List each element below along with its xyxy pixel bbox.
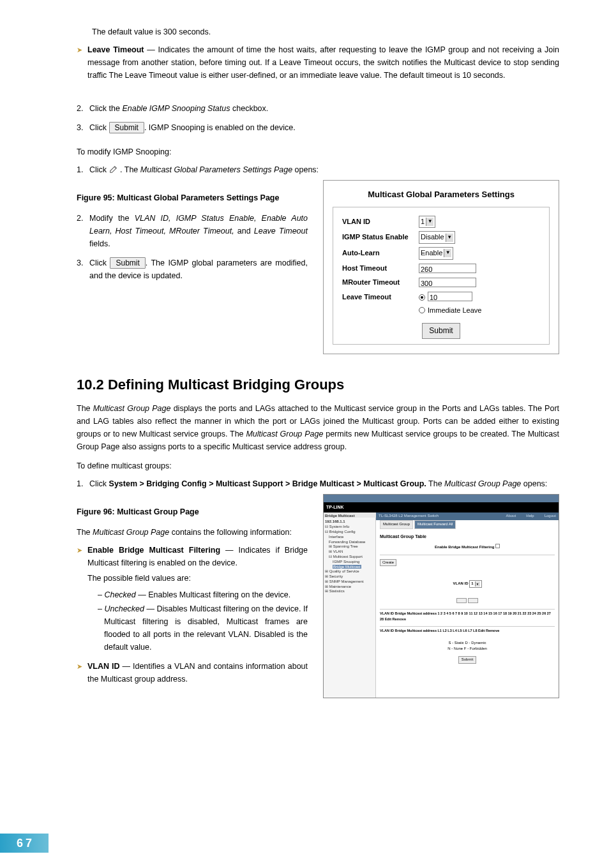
def-step-1-text: Click System > Bridging Config > Multica… bbox=[89, 477, 559, 490]
igmp-status-label: IGMP Status Enable bbox=[342, 232, 419, 243]
step-3-number: 3. bbox=[77, 121, 89, 134]
legend-1: S - Static D - Dynamic bbox=[380, 640, 555, 647]
submit-button-inline: Submit bbox=[109, 122, 144, 133]
mod-step-2-number: 2. bbox=[77, 212, 89, 250]
prev-button[interactable] bbox=[456, 598, 467, 603]
tab-multicast-forward-all[interactable]: Multicast Forward All bbox=[414, 520, 456, 529]
chevron-down-icon: ▼ bbox=[426, 218, 433, 226]
create-button[interactable]: Create bbox=[380, 559, 396, 567]
leave-timeout-label: Leave Timeout bbox=[87, 45, 144, 54]
mg-description: The Multicast Group Page contains the fo… bbox=[77, 526, 308, 539]
mg-table-title: Multicast Group Table bbox=[380, 533, 555, 540]
settings-panel: Multicast Global Parameters Settings VLA… bbox=[323, 180, 559, 354]
define-heading: To define multicast groups: bbox=[77, 460, 559, 472]
step-2-number: 2. bbox=[77, 102, 89, 115]
ebmf-label: Enable Bridge Multicast Filtering bbox=[87, 546, 220, 555]
chevron-down-icon: ▼ bbox=[444, 249, 451, 257]
pencil-icon bbox=[109, 165, 118, 174]
auto-learn-select[interactable]: Enable▼ bbox=[419, 247, 453, 260]
vlan-id-mini-select[interactable]: 1▼ bbox=[469, 580, 481, 588]
vlan-id-select[interactable]: 1▼ bbox=[419, 216, 435, 228]
figure-95-caption: Figure 95: Multicast Global Parameters S… bbox=[77, 191, 308, 204]
host-timeout-label: Host Timeout bbox=[342, 263, 419, 274]
step-2-text: Click the Enable IGMP Snooping Status ch… bbox=[89, 102, 559, 115]
section-10-2-para-1: The Multicast Group Page displays the po… bbox=[77, 402, 559, 453]
def-step-1-number: 1. bbox=[77, 477, 89, 490]
multicast-group-screenshot: TP-LINK Bridge Multicast TL-SL3428 L2 Ma… bbox=[323, 494, 559, 698]
mrouter-timeout-input[interactable]: 300 bbox=[419, 278, 476, 287]
tree-bridge-multicast[interactable]: Bridge Multicast bbox=[333, 565, 361, 569]
ebmf-item: Enable Bridge Multicast Filtering — Indi… bbox=[87, 544, 308, 655]
host-timeout-input[interactable]: 260 bbox=[419, 264, 476, 273]
leave-timeout-radio-immediate[interactable] bbox=[419, 307, 425, 313]
default-value-text: The default value is 300 seconds. bbox=[92, 26, 559, 38]
vlan-id-label: VLAN ID bbox=[342, 216, 419, 228]
leave-timeout-input[interactable]: 10 bbox=[428, 292, 472, 301]
tplink-brand: TP-LINK bbox=[324, 502, 559, 512]
lags-header: VLAN ID Bridge Multicast address L1 L2 L… bbox=[380, 626, 555, 634]
ebmf-unchecked: – Unchecked — Disables Multicast filteri… bbox=[98, 602, 308, 654]
settings-panel-title: Multicast Global Parameters Settings bbox=[333, 188, 550, 202]
leave-timeout-label-2: Leave Timeout bbox=[342, 292, 419, 303]
modify-heading: To modify IGMP Snooping: bbox=[77, 146, 559, 158]
submit-button-inline-2: Submit bbox=[110, 257, 145, 269]
ebmf-sub: The possible field values are: bbox=[87, 572, 308, 585]
leave-timeout-desc: Leave Timeout — Indicates the amount of … bbox=[87, 43, 559, 82]
bullet-arrow-icon: ➤ bbox=[77, 43, 82, 82]
next-button[interactable] bbox=[468, 598, 478, 603]
mod-step-1-text: Click . The Multicast Global Parameters … bbox=[89, 163, 559, 176]
page-number: 67 bbox=[0, 834, 49, 853]
vlan-id-bullet-label: VLAN ID bbox=[87, 662, 120, 671]
section-10-2-heading: 10.2 Defining Multicast Bridging Groups bbox=[77, 373, 559, 396]
chevron-down-icon: ▼ bbox=[446, 234, 453, 242]
mod-step-2-text: Modify the VLAN ID, IGMP Status Enable, … bbox=[89, 212, 308, 250]
ports-header: VLAN ID Bridge Multicast address 1 2 3 4… bbox=[380, 609, 555, 622]
mod-step-3-number: 3. bbox=[77, 257, 89, 282]
bullet-arrow-icon: ➤ bbox=[77, 544, 82, 655]
enable-filtering-row: Enable Bridge Multicast Filtering bbox=[380, 544, 555, 551]
figure-96-caption: Figure 96: Multicast Group Page bbox=[77, 505, 308, 518]
mod-step-3-text: Click Submit. The IGMP global parameters… bbox=[89, 257, 308, 282]
mod-step-1-number: 1. bbox=[77, 163, 89, 176]
nav-tree: 192.168.1.1 ⊟ System Info ⊟ Bridging Con… bbox=[324, 518, 376, 698]
mg-submit-button[interactable]: Submit bbox=[458, 656, 477, 664]
immediate-leave-label: Immediate Leave bbox=[428, 306, 481, 314]
mrouter-timeout-label: MRouter Timeout bbox=[342, 277, 419, 288]
tab-multicast-group[interactable]: Multicast Group bbox=[380, 520, 413, 529]
auto-learn-label: Auto-Learn bbox=[342, 248, 419, 259]
bullet-arrow-icon: ➤ bbox=[77, 660, 82, 685]
leave-timeout-radio-value[interactable] bbox=[419, 294, 425, 301]
igmp-status-select[interactable]: Disable▼ bbox=[419, 231, 455, 244]
legend-2: N - None F - Forbidden bbox=[380, 646, 555, 652]
enable-filtering-checkbox[interactable] bbox=[495, 544, 500, 548]
vlanid-item: VLAN ID — Identifies a VLAN and contains… bbox=[87, 660, 308, 685]
ebmf-checked: – Checked — Enables Multicast filtering … bbox=[98, 588, 308, 601]
step-3-text: Click Submit. IGMP Snooping is enabled o… bbox=[89, 121, 559, 134]
panel-submit-button[interactable]: Submit bbox=[422, 323, 460, 339]
